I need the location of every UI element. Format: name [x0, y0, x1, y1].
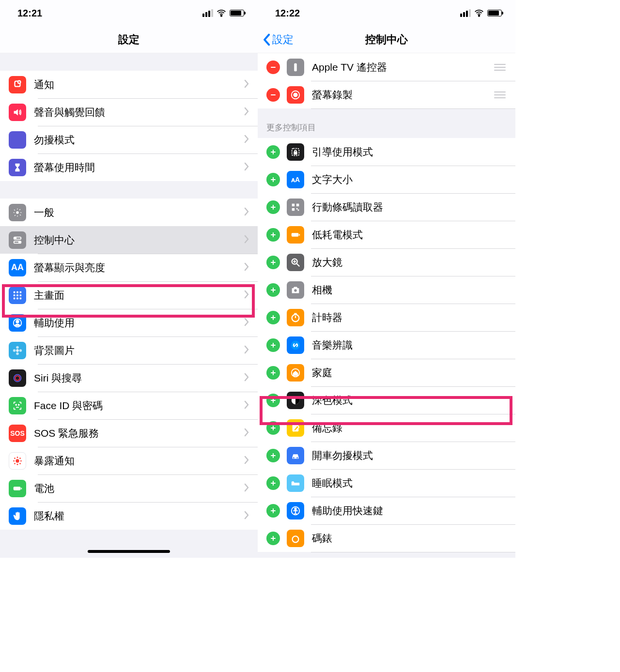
- add-button[interactable]: [266, 311, 280, 324]
- remove-button[interactable]: [266, 61, 280, 74]
- home-indicator: [88, 550, 170, 553]
- control-row[interactable]: 計時器: [258, 304, 515, 331]
- settings-row[interactable]: Siri 與搜尋: [0, 364, 258, 392]
- add-button[interactable]: [266, 366, 280, 380]
- row-label: 引導使用模式: [312, 145, 507, 159]
- add-button[interactable]: [266, 421, 280, 435]
- control-row[interactable]: 碼錶: [258, 524, 515, 552]
- control-row[interactable]: 深色模式: [258, 386, 515, 414]
- row-label: 碼錶: [312, 532, 507, 545]
- row-label: 一般: [34, 206, 244, 219]
- add-button[interactable]: [266, 228, 280, 242]
- svg-point-25: [15, 376, 19, 380]
- settings-row[interactable]: 輔助使用: [0, 309, 258, 336]
- chevron-right-icon: [244, 262, 249, 273]
- row-label: 低耗電模式: [312, 228, 507, 242]
- control-row[interactable]: 開車勿擾模式: [258, 442, 515, 469]
- add-button[interactable]: [266, 256, 280, 269]
- remove-button[interactable]: [266, 88, 280, 102]
- add-button[interactable]: [266, 476, 280, 490]
- svg-point-19: [16, 349, 19, 352]
- control-row[interactable]: 相機: [258, 276, 515, 304]
- svg-point-20: [16, 346, 19, 349]
- svg-point-36: [19, 463, 21, 464]
- svg-rect-61: [299, 234, 300, 236]
- lock-icon: [287, 143, 304, 161]
- car-icon: [287, 447, 304, 464]
- svg-point-44: [294, 93, 297, 96]
- control-row[interactable]: 低耗電模式: [258, 221, 515, 248]
- control-row[interactable]: 音樂辨識: [258, 331, 515, 359]
- drag-handle-icon[interactable]: [493, 64, 507, 71]
- back-button[interactable]: 設定: [263, 26, 294, 53]
- svg-point-0: [221, 15, 222, 16]
- add-button[interactable]: [266, 338, 280, 352]
- svg-rect-53: [292, 203, 295, 206]
- drag-handle-icon[interactable]: [493, 92, 507, 98]
- control-row[interactable]: 引導使用模式: [258, 138, 515, 166]
- svg-line-65: [297, 263, 300, 266]
- control-row[interactable]: ᴀA 文字大小: [258, 166, 515, 193]
- add-button[interactable]: [266, 145, 280, 159]
- svg-rect-60: [292, 233, 299, 236]
- control-row[interactable]: 家庭: [258, 359, 515, 386]
- moon-icon: [9, 131, 26, 149]
- chevron-right-icon: [244, 456, 249, 466]
- settings-row[interactable]: 隱私權: [0, 502, 258, 530]
- control-row[interactable]: 放大鏡: [258, 248, 515, 276]
- status-bar: 12:21: [0, 0, 258, 26]
- row-label: 輔助使用快速鍵: [312, 504, 507, 518]
- grid-icon: [9, 287, 26, 304]
- add-button[interactable]: [266, 394, 280, 407]
- settings-row[interactable]: 控制中心: [0, 226, 258, 254]
- add-button[interactable]: [266, 449, 280, 462]
- svg-point-30: [17, 463, 18, 465]
- svg-rect-55: [292, 208, 295, 211]
- svg-rect-13: [20, 294, 22, 296]
- settings-row[interactable]: 一般: [0, 199, 258, 226]
- row-label: 開車勿擾模式: [312, 449, 507, 462]
- control-row[interactable]: 輔助使用快速鍵: [258, 497, 515, 524]
- add-button[interactable]: [266, 532, 280, 545]
- control-row[interactable]: 睡眠模式: [258, 469, 515, 497]
- row-label: 螢幕顯示與亮度: [34, 261, 244, 275]
- flower-icon: [9, 342, 26, 359]
- add-button[interactable]: [266, 504, 280, 518]
- svg-point-91: [296, 457, 298, 458]
- settings-row[interactable]: 主畫面: [0, 281, 258, 309]
- cellular-icon: [460, 9, 471, 17]
- settings-row[interactable]: 螢幕使用時間: [0, 153, 258, 181]
- settings-row[interactable]: 勿擾模式: [0, 126, 258, 153]
- svg-point-5: [15, 237, 16, 239]
- svg-rect-41: [294, 63, 297, 71]
- svg-point-31: [13, 460, 15, 461]
- textsize-icon: ᴀA: [287, 171, 304, 188]
- row-label: 螢幕錄製: [312, 88, 493, 102]
- add-button[interactable]: [266, 173, 280, 186]
- add-button[interactable]: [266, 283, 280, 297]
- svg-rect-12: [16, 294, 18, 296]
- status-icons: [460, 8, 502, 18]
- settings-row[interactable]: 背景圖片: [0, 336, 258, 364]
- stopwatch-icon: [287, 530, 304, 547]
- control-row[interactable]: Apple TV 遙控器: [258, 53, 515, 81]
- settings-row[interactable]: 暴露通知: [0, 447, 258, 474]
- chevron-right-icon: [244, 511, 249, 521]
- settings-row[interactable]: Face ID 與密碼: [0, 392, 258, 419]
- settings-row[interactable]: AA 螢幕顯示與亮度: [0, 254, 258, 281]
- settings-row[interactable]: 聲音與觸覺回饋: [0, 98, 258, 126]
- settings-row[interactable]: 電池: [0, 474, 258, 502]
- qr-icon: [287, 199, 304, 216]
- add-button[interactable]: [266, 200, 280, 214]
- row-label: 深色模式: [312, 394, 507, 407]
- control-row[interactable]: 螢幕錄製: [258, 81, 515, 108]
- settings-row[interactable]: SOS SOS 緊急服務: [0, 419, 258, 447]
- settings-row[interactable]: 通知: [0, 71, 258, 98]
- svg-rect-9: [16, 291, 18, 293]
- person-icon: [9, 314, 26, 332]
- wifi-icon: [216, 8, 227, 18]
- row-label: 電池: [34, 482, 244, 495]
- control-row[interactable]: 備忘錄: [258, 414, 515, 442]
- control-row[interactable]: 行動條碼讀取器: [258, 193, 515, 221]
- back-label: 設定: [272, 32, 294, 47]
